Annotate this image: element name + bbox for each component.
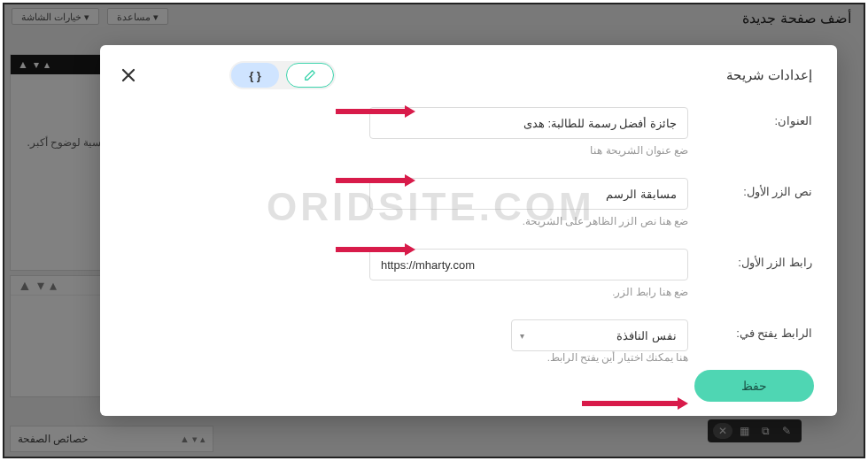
title-help: ضع عنوان الشريحة هنا <box>369 144 688 157</box>
btn1-link-help: ضع هنا رابط الزر. <box>369 286 688 298</box>
slide-settings-modal: إعدادات شريحة { } العنوان: ضع عنوان الشر… <box>100 45 837 416</box>
title-label: العنوان: <box>706 107 812 127</box>
open-in-help: هنا يمكنك اختيار أين يفتح الرابط. <box>369 351 688 364</box>
btn1-link-input[interactable] <box>369 249 688 280</box>
btn1-text-label: نص الزر الأول: <box>706 178 812 198</box>
open-in-label: الرابط يفتح في: <box>706 319 812 340</box>
title-input[interactable] <box>369 107 688 139</box>
code-mode-segment[interactable]: { } <box>231 63 279 88</box>
btn1-link-label: رابط الزر الأول: <box>706 249 812 269</box>
save-button[interactable]: حفظ <box>694 370 814 402</box>
close-icon[interactable] <box>116 63 141 88</box>
open-in-select[interactable] <box>511 319 688 351</box>
btn1-text-help: ضع هنا نص الزر الظاهر على الشريحة. <box>369 215 688 227</box>
btn1-text-input[interactable] <box>369 178 688 210</box>
mode-toggle[interactable]: { } <box>229 61 336 89</box>
modal-title: إعدادات شريحة <box>726 67 812 83</box>
edit-mode-segment[interactable] <box>286 63 334 88</box>
